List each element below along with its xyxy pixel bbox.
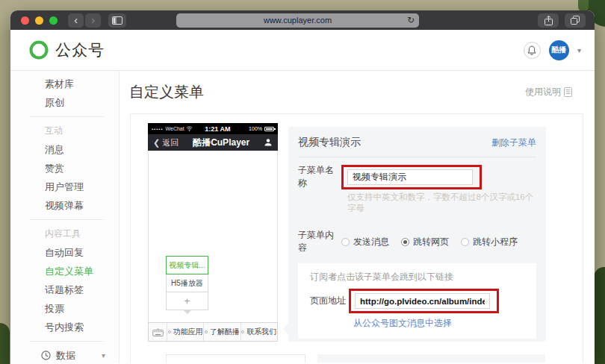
divider: [30, 116, 104, 117]
radio-label: 跳转小程序: [473, 236, 518, 248]
phone-bottom-menu-bar: 功能应用 了解酷播 联系我们: [148, 322, 278, 342]
address-bar[interactable]: www.cuplayer.com ↻: [176, 13, 419, 28]
sidebar-item-data[interactable]: 数据 ▾: [10, 346, 119, 364]
signal-dots-icon: •••••: [152, 127, 164, 131]
status-time: 1:21 AM: [187, 125, 249, 133]
wallpaper-leaf: [594, 267, 605, 364]
sidebar-item-messages[interactable]: 消息: [10, 140, 119, 159]
submenu-popup: 视频专辑... H5播放器 +: [166, 256, 208, 314]
back-button[interactable]: ‹: [68, 13, 84, 28]
menu-dot-icon: [205, 330, 208, 333]
submenu-content-label: 子菜单内容: [298, 229, 341, 254]
panel-notch: [283, 323, 288, 335]
sidebar-section-content-tools: 内容工具: [10, 225, 119, 243]
phone-preview: ••••• WeChat 1:21 AM 100% ❮ 返回 酷播CuPlaye…: [148, 123, 278, 342]
carrier-label: WeChat: [166, 126, 184, 131]
menu-dot-icon: [241, 330, 244, 333]
traffic-lights: [21, 16, 58, 25]
bottom-menu-label: 功能应用: [173, 327, 203, 337]
sidebar-item-custom-menu[interactable]: 自定义菜单: [10, 262, 119, 280]
radio-send-message[interactable]: 发送消息: [341, 236, 389, 248]
brand-title: 公众号: [55, 40, 105, 60]
link-settings-panel: 订阅者点击该子菜单会跳到以下链接 页面地址 从公众号图文消息中选择: [298, 263, 536, 339]
radio-icon: [341, 238, 350, 246]
add-submenu-button[interactable]: +: [166, 292, 208, 310]
official-account-logo-icon: [28, 40, 49, 60]
minimize-window-button[interactable]: [35, 16, 43, 25]
pick-from-articles-link[interactable]: 从公众号图文消息中选择: [353, 317, 524, 330]
sidebar-section-interaction: 互动: [10, 122, 119, 140]
sidebar-item-account-search[interactable]: 号内搜索: [10, 318, 119, 336]
reload-icon[interactable]: ↻: [407, 15, 415, 25]
bottom-menu-item-1[interactable]: 功能应用: [167, 323, 204, 341]
sidebar-item-topic-tags[interactable]: 话题标签: [10, 280, 119, 299]
url-text: www.cuplayer.com: [264, 16, 332, 25]
link-note: 订阅者点击该子菜单会跳到以下链接: [310, 271, 524, 283]
divider: [30, 219, 104, 220]
next-submenu-section: [148, 354, 583, 363]
radio-label: 发送消息: [353, 236, 389, 248]
sidebar-item-reward[interactable]: 赞赏: [10, 159, 119, 178]
share-button[interactable]: [538, 13, 559, 28]
submenu-editor-panel: 视频专辑演示 删除子菜单 子菜单名称 仅支持中英文和数字，字数不超过8个汉字或1…: [288, 127, 546, 342]
sidebar-item-material[interactable]: 素材库: [10, 75, 119, 93]
delete-submenu-link[interactable]: 删除子菜单: [491, 136, 536, 149]
page-title: 自定义菜单: [129, 82, 204, 102]
sidebar-item-vote[interactable]: 投票: [10, 299, 119, 318]
radio-jump-miniprogram[interactable]: 跳转小程序: [461, 236, 518, 248]
battery-percent: 100%: [249, 126, 262, 131]
zoom-window-button[interactable]: [49, 16, 58, 25]
close-window-button[interactable]: [21, 16, 29, 25]
tab-overview-button[interactable]: [565, 13, 586, 28]
bottom-menu-label: 了解酷播: [210, 327, 240, 337]
menu-editor-card: ••••• WeChat 1:21 AM 100% ❮ 返回 酷播CuPlaye…: [130, 113, 583, 363]
sidebar: 素材库 原创 互动 消息 赞赏 用户管理 视频弹幕 内容工具 自动回复 自定义菜…: [10, 71, 120, 363]
browser-titlebar: ‹ › www.cuplayer.com ↻: [10, 10, 595, 30]
usage-help-label: 使用说明: [525, 86, 561, 98]
annotation-red-box: [341, 165, 482, 189]
bottom-menu-label: 联系我们: [246, 327, 276, 337]
divider: [298, 157, 536, 157]
phone-nav-bar: ❮ 返回 酷播CuPlayer: [148, 134, 278, 151]
forward-button[interactable]: ›: [85, 13, 101, 28]
phone-screen: 视频专辑... H5播放器 +: [148, 151, 278, 322]
divider: [30, 341, 104, 342]
submenu-name-label: 子菜单名称: [298, 164, 341, 189]
battery-icon: [264, 127, 274, 131]
contact-person-icon[interactable]: [264, 138, 273, 147]
sidebar-toggle-button[interactable]: [108, 13, 126, 28]
app-header: 公众号 酷播 ▾: [10, 30, 595, 71]
tabs-icon: [571, 16, 580, 25]
radio-icon: [401, 238, 409, 246]
submenu-item[interactable]: H5播放器: [166, 274, 208, 292]
next-preview-box: [166, 354, 305, 363]
annotation-red-box: [349, 289, 499, 313]
name-hint-text: 仅支持中英文和数字，字数不超过8个汉字或16个字母: [347, 192, 536, 214]
chevron-down-icon[interactable]: ▾: [102, 351, 105, 360]
sidebar-item-original[interactable]: 原创: [10, 93, 119, 112]
back-link[interactable]: ❮ 返回: [153, 137, 179, 148]
sidebar-item-video-danmu[interactable]: 视频弹幕: [10, 196, 119, 215]
share-icon: [544, 16, 553, 25]
radio-label: 跳转网页: [413, 236, 449, 248]
brand[interactable]: 公众号: [28, 40, 105, 60]
bottom-menu-item-3[interactable]: 联系我们: [241, 323, 277, 341]
radio-jump-webpage[interactable]: 跳转网页: [401, 236, 449, 248]
sidebar-item-auto-reply[interactable]: 自动回复: [10, 243, 119, 262]
submenu-name-input[interactable]: [347, 169, 473, 185]
bottom-menu-item-2[interactable]: 了解酷播: [204, 323, 241, 341]
notifications-button[interactable]: [524, 42, 541, 59]
sidebar-icon: [112, 16, 122, 25]
account-avatar[interactable]: 酷播: [549, 40, 569, 60]
usage-help-link[interactable]: 使用说明: [525, 86, 572, 98]
wallpaper-leaf: [0, 323, 10, 364]
page-url-input[interactable]: [355, 293, 490, 309]
document-icon: [564, 87, 572, 97]
phone-account-title: 酷播CuPlayer: [179, 136, 264, 149]
page-url-label: 页面地址: [310, 295, 349, 307]
keyboard-toggle[interactable]: [149, 323, 167, 341]
submenu-item-selected[interactable]: 视频专辑...: [166, 256, 208, 274]
chevron-down-icon[interactable]: ▾: [577, 46, 581, 54]
sidebar-item-user-management[interactable]: 用户管理: [10, 178, 119, 196]
sidebar-item-label: 数据: [56, 349, 75, 363]
